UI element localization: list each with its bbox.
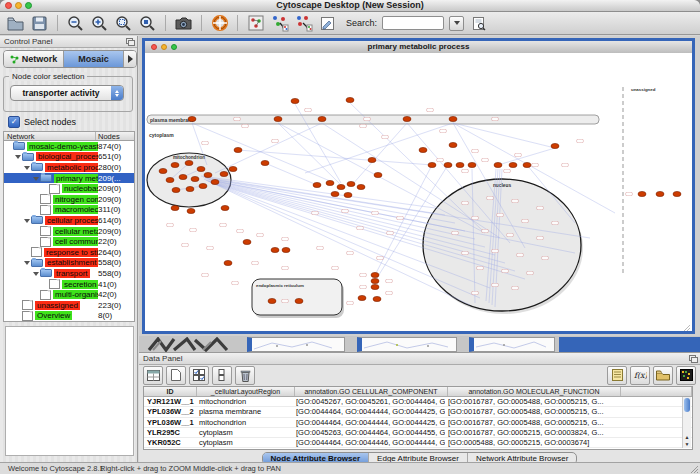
tree-row[interactable]: nucleobase-c209(0) [4, 183, 134, 194]
open-session-icon[interactable] [6, 14, 25, 32]
canvas-resize-grip[interactable] [684, 325, 690, 331]
graph-node[interactable] [326, 180, 334, 185]
tab-mosaic[interactable]: Mosaic [64, 51, 124, 67]
minimize-view-icon[interactable] [161, 44, 167, 50]
graph-node[interactable] [220, 171, 228, 176]
zoom-out-icon[interactable] [66, 14, 85, 32]
graph-node[interactable] [171, 162, 179, 167]
col-layout-region[interactable]: _cellularLayoutRegion [197, 387, 295, 396]
help-ring-icon[interactable] [210, 14, 229, 32]
table-row[interactable]: YKR052Ccytoplasm[GO:0044464, GO:0044446,… [144, 438, 692, 448]
tree-row[interactable]: cellular process614(0) [4, 215, 134, 226]
graph-node[interactable] [374, 172, 382, 177]
graph-node[interactable] [282, 247, 290, 252]
graph-node[interactable] [358, 295, 366, 300]
modify-network-icon[interactable] [246, 14, 265, 32]
table-row[interactable]: YDR039C__1mitochondrion[GO:0044464, GO:0… [144, 448, 692, 450]
minimize-window-icon[interactable] [15, 2, 22, 9]
scroll-down-icon[interactable]: ▼ [684, 441, 690, 447]
graph-node[interactable] [313, 182, 321, 187]
graph-node[interactable] [211, 179, 219, 184]
disclosure-triangle-icon[interactable] [33, 175, 40, 182]
zoom-selected-icon[interactable] [138, 14, 157, 32]
select-attributes-icon[interactable] [189, 366, 209, 385]
tree-row[interactable]: secretion41(0) [4, 279, 134, 290]
close-window-icon[interactable] [5, 2, 12, 9]
tree-row[interactable]: nitrogen compo209(0) [4, 194, 134, 205]
overview-window-fragment[interactable] [145, 337, 241, 352]
enhanced-search-icon[interactable] [469, 14, 488, 32]
graph-node[interactable] [656, 191, 664, 196]
graph-node[interactable] [221, 205, 229, 210]
tree-row[interactable]: Overview8(0) [4, 311, 134, 322]
tree-row[interactable]: macromolecule311(0) [4, 205, 134, 216]
graph-node[interactable] [373, 296, 381, 301]
graph-node[interactable] [509, 162, 517, 167]
table-scrollbar[interactable]: ▲ ▼ [682, 397, 691, 448]
graph-node[interactable] [271, 247, 279, 252]
graph-node[interactable] [186, 186, 194, 191]
graph-node[interactable] [197, 166, 205, 171]
graph-node[interactable] [318, 116, 326, 121]
graph-node[interactable] [551, 143, 559, 148]
tree-row[interactable]: response to stimulu264(0) [4, 247, 134, 258]
graph-node[interactable] [274, 116, 282, 121]
graph-node[interactable] [199, 183, 207, 188]
col-molecular-function[interactable]: annotation.GO MOLECULAR_FUNCTION [448, 387, 621, 396]
table-row[interactable]: YPL036W__2plasma membrane[GO:0044464, GO… [144, 407, 692, 417]
graph-node[interactable] [344, 192, 352, 197]
col-id[interactable]: ID [144, 387, 197, 396]
table-row[interactable]: YLR295Ccytoplasm[GO:0045263, GO:0044464,… [144, 428, 692, 438]
tree-row[interactable]: unassigned223(0) [4, 300, 134, 311]
graph-node[interactable] [449, 142, 457, 147]
graph-node[interactable] [371, 272, 379, 277]
save-session-icon[interactable] [30, 14, 49, 32]
graph-node[interactable] [638, 191, 646, 196]
layout-attribute-icon[interactable] [294, 14, 313, 32]
background-window[interactable] [357, 337, 457, 352]
graph-node[interactable] [494, 162, 502, 167]
tab-network[interactable]: Network [4, 51, 64, 67]
zoom-view-icon[interactable] [171, 44, 177, 50]
graph-node[interactable] [243, 239, 251, 244]
float-panel-icon[interactable] [126, 38, 134, 45]
tree-row[interactable]: cell communicat22(0) [4, 236, 134, 247]
tab-overflow-arrow[interactable] [124, 51, 136, 67]
graph-node[interactable] [371, 284, 379, 289]
graph-node[interactable] [523, 162, 531, 167]
graph-node[interactable] [204, 172, 212, 177]
graph-node[interactable] [337, 184, 345, 189]
graph-node[interactable] [261, 160, 269, 165]
close-view-icon[interactable] [151, 44, 157, 50]
background-window[interactable] [469, 337, 555, 352]
delete-attributes-icon[interactable] [235, 366, 255, 385]
graph-node[interactable] [403, 116, 411, 121]
graph-node[interactable] [166, 177, 174, 182]
graph-node[interactable] [159, 168, 167, 173]
graph-node[interactable] [171, 205, 179, 210]
tree-row[interactable]: primary metabo209(... [4, 173, 134, 184]
graph-node[interactable] [172, 187, 180, 192]
graphics-snapshot-icon[interactable] [174, 14, 193, 32]
select-nodes-checkbox[interactable] [8, 116, 20, 128]
graph-node[interactable] [347, 181, 355, 186]
new-attribute-icon[interactable] [166, 366, 186, 385]
import-attributes-icon[interactable] [653, 366, 673, 385]
graph-node[interactable] [291, 98, 299, 103]
graph-node[interactable] [368, 157, 376, 162]
graph-node[interactable] [468, 162, 476, 167]
attribute-table-icon[interactable] [143, 366, 163, 385]
graph-node[interactable] [371, 278, 379, 283]
graph-node[interactable] [673, 191, 681, 196]
search-dropdown-icon[interactable] [449, 16, 464, 31]
zoom-in-icon[interactable] [90, 14, 109, 32]
network-canvas[interactable]: plasma membranecytoplasmmitochondrionnuc… [145, 53, 692, 331]
background-window[interactable] [247, 337, 345, 352]
attribute-matrix-icon[interactable] [676, 366, 696, 385]
graph-node[interactable] [234, 147, 242, 152]
col-cellular-component[interactable]: annotation.GO CELLULAR_COMPONENT [295, 387, 448, 396]
disclosure-triangle-icon[interactable] [24, 259, 31, 266]
graph-node[interactable] [331, 191, 339, 196]
graph-node[interactable] [449, 116, 457, 121]
tree-row[interactable]: transport558(0) [4, 268, 134, 279]
